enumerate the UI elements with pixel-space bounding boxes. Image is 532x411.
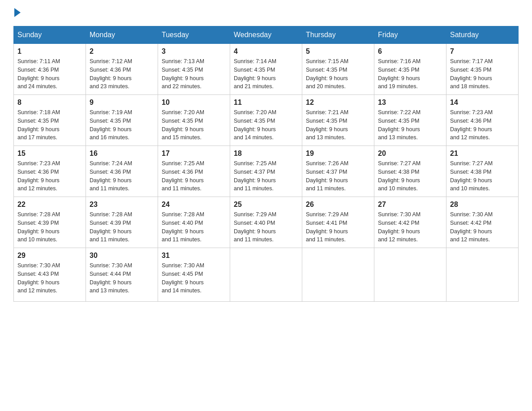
day-number: 15 xyxy=(17,150,82,158)
day-info: Sunrise: 7:30 AMSunset: 4:45 PMDaylight:… xyxy=(162,262,204,294)
day-number: 18 xyxy=(234,150,298,158)
calendar-cell: 24 Sunrise: 7:28 AMSunset: 4:40 PMDaylig… xyxy=(158,197,230,248)
day-number: 16 xyxy=(90,150,154,158)
logo xyxy=(13,9,21,17)
calendar-cell: 10 Sunrise: 7:20 AMSunset: 4:35 PMDaylig… xyxy=(158,95,230,146)
day-info: Sunrise: 7:22 AMSunset: 4:35 PMDaylight:… xyxy=(378,109,420,141)
weekday-header-wednesday: Wednesday xyxy=(230,26,302,44)
calendar-cell: 3 Sunrise: 7:13 AMSunset: 4:35 PMDayligh… xyxy=(158,44,230,95)
day-info: Sunrise: 7:18 AMSunset: 4:35 PMDaylight:… xyxy=(17,109,60,141)
day-number: 6 xyxy=(378,47,442,56)
calendar-cell: 25 Sunrise: 7:29 AMSunset: 4:40 PMDaylig… xyxy=(230,197,302,248)
calendar-cell: 4 Sunrise: 7:14 AMSunset: 4:35 PMDayligh… xyxy=(230,44,302,95)
calendar-cell: 7 Sunrise: 7:17 AMSunset: 4:35 PMDayligh… xyxy=(446,44,519,95)
day-info: Sunrise: 7:30 AMSunset: 4:42 PMDaylight:… xyxy=(378,211,420,243)
day-info: Sunrise: 7:30 AMSunset: 4:44 PMDaylight:… xyxy=(90,262,132,294)
calendar-cell: 19 Sunrise: 7:26 AMSunset: 4:37 PMDaylig… xyxy=(302,146,374,197)
day-info: Sunrise: 7:20 AMSunset: 4:35 PMDaylight:… xyxy=(234,109,276,141)
day-number: 26 xyxy=(306,201,370,209)
week-row-3: 15 Sunrise: 7:23 AMSunset: 4:36 PMDaylig… xyxy=(14,146,519,197)
week-row-5: 29 Sunrise: 7:30 AMSunset: 4:43 PMDaylig… xyxy=(14,248,519,302)
day-info: Sunrise: 7:21 AMSunset: 4:35 PMDaylight:… xyxy=(306,109,348,141)
calendar-cell xyxy=(446,248,519,302)
calendar-cell: 2 Sunrise: 7:12 AMSunset: 4:36 PMDayligh… xyxy=(86,44,158,95)
day-info: Sunrise: 7:29 AMSunset: 4:41 PMDaylight:… xyxy=(306,211,348,243)
calendar-cell: 11 Sunrise: 7:20 AMSunset: 4:35 PMDaylig… xyxy=(230,95,302,146)
day-info: Sunrise: 7:15 AMSunset: 4:35 PMDaylight:… xyxy=(306,58,348,90)
day-info: Sunrise: 7:11 AMSunset: 4:36 PMDaylight:… xyxy=(17,58,60,90)
page-header xyxy=(13,9,519,17)
calendar-cell: 28 Sunrise: 7:30 AMSunset: 4:42 PMDaylig… xyxy=(446,197,519,248)
day-number: 20 xyxy=(378,150,442,158)
day-number: 7 xyxy=(450,47,515,56)
day-info: Sunrise: 7:28 AMSunset: 4:40 PMDaylight:… xyxy=(162,211,204,243)
calendar-cell: 14 Sunrise: 7:23 AMSunset: 4:36 PMDaylig… xyxy=(446,95,519,146)
calendar-cell: 13 Sunrise: 7:22 AMSunset: 4:35 PMDaylig… xyxy=(374,95,446,146)
day-info: Sunrise: 7:25 AMSunset: 4:37 PMDaylight:… xyxy=(234,160,276,192)
calendar-cell xyxy=(374,248,446,302)
day-info: Sunrise: 7:28 AMSunset: 4:39 PMDaylight:… xyxy=(90,211,132,243)
calendar-cell: 27 Sunrise: 7:30 AMSunset: 4:42 PMDaylig… xyxy=(374,197,446,248)
weekday-header-saturday: Saturday xyxy=(446,26,519,44)
day-number: 5 xyxy=(306,47,370,56)
day-info: Sunrise: 7:20 AMSunset: 4:35 PMDaylight:… xyxy=(162,109,204,141)
calendar-table: SundayMondayTuesdayWednesdayThursdayFrid… xyxy=(13,26,519,302)
day-info: Sunrise: 7:27 AMSunset: 4:38 PMDaylight:… xyxy=(450,160,493,192)
day-number: 25 xyxy=(234,201,298,209)
day-number: 3 xyxy=(162,47,226,56)
day-number: 1 xyxy=(17,47,82,56)
day-number: 10 xyxy=(162,98,226,107)
day-info: Sunrise: 7:28 AMSunset: 4:39 PMDaylight:… xyxy=(17,211,60,243)
weekday-header-tuesday: Tuesday xyxy=(158,26,230,44)
weekday-header-sunday: Sunday xyxy=(14,26,86,44)
day-number: 22 xyxy=(17,201,82,209)
weekday-header-thursday: Thursday xyxy=(302,26,374,44)
calendar-cell: 21 Sunrise: 7:27 AMSunset: 4:38 PMDaylig… xyxy=(446,146,519,197)
week-row-2: 8 Sunrise: 7:18 AMSunset: 4:35 PMDayligh… xyxy=(14,95,519,146)
calendar-cell: 15 Sunrise: 7:23 AMSunset: 4:36 PMDaylig… xyxy=(14,146,86,197)
day-info: Sunrise: 7:23 AMSunset: 4:36 PMDaylight:… xyxy=(450,109,493,141)
day-info: Sunrise: 7:13 AMSunset: 4:35 PMDaylight:… xyxy=(162,58,204,90)
day-info: Sunrise: 7:19 AMSunset: 4:35 PMDaylight:… xyxy=(90,109,132,141)
day-number: 13 xyxy=(378,98,442,107)
day-number: 27 xyxy=(378,201,442,209)
day-number: 11 xyxy=(234,98,298,107)
day-number: 19 xyxy=(306,150,370,158)
logo-triangle-icon xyxy=(14,8,21,17)
day-info: Sunrise: 7:30 AMSunset: 4:42 PMDaylight:… xyxy=(450,211,493,243)
calendar-cell: 5 Sunrise: 7:15 AMSunset: 4:35 PMDayligh… xyxy=(302,44,374,95)
day-info: Sunrise: 7:12 AMSunset: 4:36 PMDaylight:… xyxy=(90,58,132,90)
calendar-cell: 8 Sunrise: 7:18 AMSunset: 4:35 PMDayligh… xyxy=(14,95,86,146)
day-number: 9 xyxy=(90,98,154,107)
day-info: Sunrise: 7:24 AMSunset: 4:36 PMDaylight:… xyxy=(90,160,132,192)
weekday-header-friday: Friday xyxy=(374,26,446,44)
day-number: 12 xyxy=(306,98,370,107)
calendar-cell: 30 Sunrise: 7:30 AMSunset: 4:44 PMDaylig… xyxy=(86,248,158,302)
calendar-cell: 12 Sunrise: 7:21 AMSunset: 4:35 PMDaylig… xyxy=(302,95,374,146)
day-number: 8 xyxy=(17,98,82,107)
day-info: Sunrise: 7:14 AMSunset: 4:35 PMDaylight:… xyxy=(234,58,276,90)
day-info: Sunrise: 7:29 AMSunset: 4:40 PMDaylight:… xyxy=(234,211,276,243)
day-number: 30 xyxy=(90,252,154,260)
day-number: 29 xyxy=(17,252,82,260)
calendar-cell: 31 Sunrise: 7:30 AMSunset: 4:45 PMDaylig… xyxy=(158,248,230,302)
day-number: 31 xyxy=(162,252,226,260)
calendar-cell: 6 Sunrise: 7:16 AMSunset: 4:35 PMDayligh… xyxy=(374,44,446,95)
calendar-cell: 20 Sunrise: 7:27 AMSunset: 4:38 PMDaylig… xyxy=(374,146,446,197)
day-info: Sunrise: 7:17 AMSunset: 4:35 PMDaylight:… xyxy=(450,58,493,90)
calendar-cell xyxy=(302,248,374,302)
calendar-cell: 29 Sunrise: 7:30 AMSunset: 4:43 PMDaylig… xyxy=(14,248,86,302)
calendar-cell: 9 Sunrise: 7:19 AMSunset: 4:35 PMDayligh… xyxy=(86,95,158,146)
day-number: 23 xyxy=(90,201,154,209)
day-number: 24 xyxy=(162,201,226,209)
calendar-cell: 17 Sunrise: 7:25 AMSunset: 4:36 PMDaylig… xyxy=(158,146,230,197)
day-number: 21 xyxy=(450,150,515,158)
calendar-cell: 22 Sunrise: 7:28 AMSunset: 4:39 PMDaylig… xyxy=(14,197,86,248)
day-info: Sunrise: 7:27 AMSunset: 4:38 PMDaylight:… xyxy=(378,160,420,192)
day-number: 2 xyxy=(90,47,154,56)
week-row-4: 22 Sunrise: 7:28 AMSunset: 4:39 PMDaylig… xyxy=(14,197,519,248)
day-info: Sunrise: 7:26 AMSunset: 4:37 PMDaylight:… xyxy=(306,160,348,192)
calendar-cell: 1 Sunrise: 7:11 AMSunset: 4:36 PMDayligh… xyxy=(14,44,86,95)
weekday-header-row: SundayMondayTuesdayWednesdayThursdayFrid… xyxy=(14,26,519,44)
day-info: Sunrise: 7:23 AMSunset: 4:36 PMDaylight:… xyxy=(17,160,60,192)
